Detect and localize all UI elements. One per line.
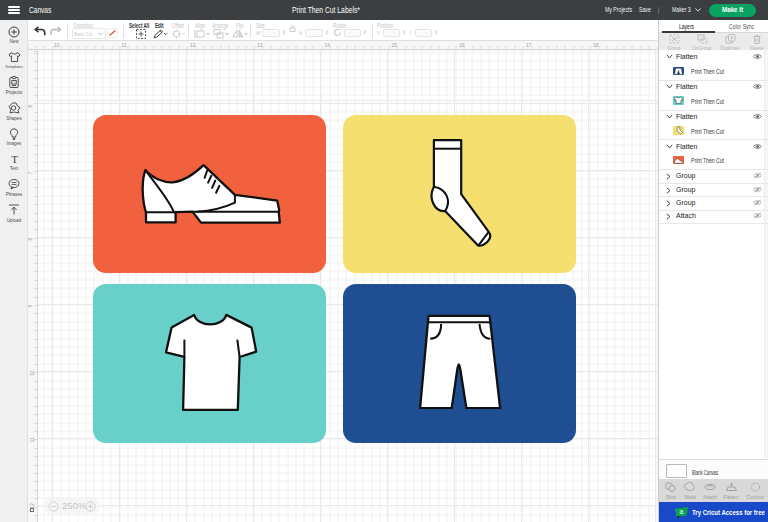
- svg-text:a: a: [679, 508, 683, 515]
- svg-text:T: T: [11, 154, 18, 165]
